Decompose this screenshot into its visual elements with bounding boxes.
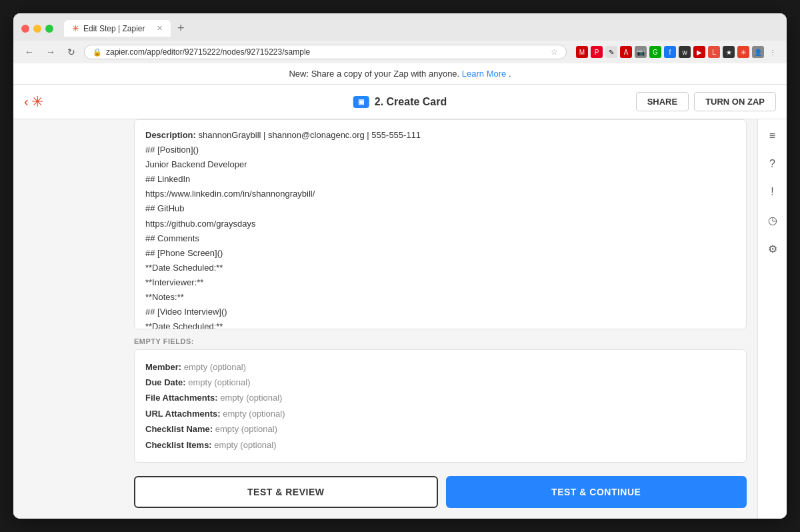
help-icon[interactable]: ?	[767, 155, 778, 173]
minimize-button[interactable]	[33, 25, 41, 33]
description-line-11: **Notes:**	[145, 292, 184, 302]
description-line-5: ## GitHub	[145, 203, 185, 213]
field-row-checklist-items: Checklist Items: empty (optional)	[145, 437, 735, 453]
close-button[interactable]	[21, 25, 29, 33]
menu-icon[interactable]: ≡	[767, 127, 778, 145]
field-label-checklist-items: Checklist Items:	[145, 440, 212, 450]
description-line-9: **Date Scheduled:**	[145, 263, 223, 273]
tab-title: Edit Step | Zapier	[83, 24, 145, 33]
field-value-file-attachments: empty (optional)	[220, 393, 282, 403]
nav-bar: ← → ↻ 🔒 zapier.com/app/editor/92715222/n…	[13, 41, 787, 63]
ext-icon-13[interactable]: 👤	[752, 46, 764, 58]
ext-icon-7[interactable]: f	[664, 46, 676, 58]
field-label-checklist-name: Checklist Name:	[145, 424, 213, 434]
notification-suffix: .	[509, 69, 511, 79]
description-line-7: ## Comments	[145, 233, 199, 243]
field-label-url-attachments: URL Attachments:	[145, 409, 221, 419]
content-area: Description: shannonGraybill | shannon@c…	[123, 119, 757, 519]
description-line-1: ## [Position]()	[145, 145, 199, 155]
empty-fields-section: EMPTY FIELDS: Member: empty (optional) D…	[134, 337, 747, 463]
ext-icon-1[interactable]: M	[576, 46, 588, 58]
ext-icon-6[interactable]: G	[649, 46, 661, 58]
test-review-button[interactable]: TEST & REVIEW	[134, 476, 438, 508]
traffic-lights	[21, 25, 53, 33]
description-line-3: ## LinkedIn	[145, 174, 190, 184]
tab-bar: ✳ Edit Step | Zapier ✕ +	[64, 20, 779, 37]
ext-icon-10[interactable]: L	[708, 46, 720, 58]
description-line-13: **Date Scheduled:**	[145, 321, 223, 329]
browser-window: ✳ Edit Step | Zapier ✕ + ← → ↻ 🔒 zapier.…	[13, 13, 787, 519]
page-title-container: ▣ 2. Create Card	[353, 96, 447, 108]
description-line-2: Junior Backend Developer	[145, 159, 247, 169]
header-actions: SHARE TURN ON ZAP	[636, 92, 776, 111]
active-tab[interactable]: ✳ Edit Step | Zapier ✕	[64, 20, 171, 37]
empty-fields-label: EMPTY FIELDS:	[134, 337, 747, 349]
field-row-member: Member: empty (optional)	[145, 359, 735, 375]
settings-icon[interactable]: ⚙	[765, 240, 780, 258]
zapier-logo-icon: ✳	[31, 93, 43, 111]
description-line-0: shannonGraybill | shannon@clonagenc.org …	[198, 130, 421, 140]
ext-icon-9[interactable]: ▶	[693, 46, 705, 58]
step-icon-label: ▣	[358, 98, 364, 105]
new-tab-button[interactable]: +	[173, 20, 189, 37]
ext-icon-12[interactable]: ✳	[737, 46, 749, 58]
page-title: 2. Create Card	[375, 96, 447, 108]
browser-chrome: ✳ Edit Step | Zapier ✕ + ← → ↻ 🔒 zapier.…	[13, 13, 787, 63]
ext-icon-8[interactable]: w	[679, 46, 691, 58]
browser-extensions: M P ✎ A 📷 G f w ▶ L ★ ✳ 👤 ⋮	[576, 46, 779, 58]
ext-icon-2[interactable]: P	[591, 46, 603, 58]
tab-close-icon[interactable]: ✕	[157, 24, 163, 33]
ext-icon-3[interactable]: ✎	[605, 46, 617, 58]
back-button[interactable]: ←	[21, 45, 37, 59]
left-sidebar	[13, 119, 123, 519]
field-value-checklist-items: empty (optional)	[214, 440, 276, 450]
field-label-file-attachments: File Attachments:	[145, 393, 218, 403]
back-arrow-icon: ‹	[24, 94, 29, 109]
main-layout: Description: shannonGraybill | shannon@c…	[13, 119, 787, 519]
ext-icon-4[interactable]: A	[620, 46, 632, 58]
share-button[interactable]: SHARE	[636, 92, 689, 111]
right-sidebar: ≡ ? ! ◷ ⚙	[757, 119, 787, 519]
more-extensions-icon[interactable]: ⋮	[767, 46, 779, 58]
bookmark-icon[interactable]: ☆	[551, 47, 558, 57]
step-icon: ▣	[353, 96, 369, 108]
learn-more-link[interactable]: Learn More	[462, 69, 506, 79]
address-bar[interactable]: 🔒 zapier.com/app/editor/92715222/nodes/9…	[84, 45, 567, 59]
field-label-due-date: Due Date:	[145, 377, 186, 387]
description-line-8: ## [Phone Screen]()	[145, 248, 223, 258]
field-value-url-attachments: empty (optional)	[223, 409, 285, 419]
field-row-url-attachments: URL Attachments: empty (optional)	[145, 406, 735, 421]
empty-fields-card: Member: empty (optional) Due Date: empty…	[134, 349, 747, 463]
field-value-checklist-name: empty (optional)	[215, 424, 277, 434]
alert-icon[interactable]: !	[768, 183, 776, 201]
test-continue-button[interactable]: TEST & CONTINUE	[446, 476, 747, 508]
turn-on-button[interactable]: TURN ON ZAP	[694, 92, 776, 111]
back-to-zaps[interactable]: ‹ ✳	[24, 93, 43, 111]
field-value-due-date: empty (optional)	[188, 377, 250, 387]
lock-icon: 🔒	[93, 48, 102, 57]
field-label-member: Member:	[145, 362, 181, 372]
field-row-checklist-name: Checklist Name: empty (optional)	[145, 421, 735, 437]
description-line-6: https://github.com/graysdays	[145, 219, 255, 229]
description-line-12: ## [Video Interview]()	[145, 307, 227, 317]
field-row-file-attachments: File Attachments: empty (optional)	[145, 390, 735, 405]
description-label: Description:	[145, 130, 196, 140]
zapier-tab-icon: ✳	[72, 23, 79, 33]
action-buttons: TEST & REVIEW TEST & CONTINUE	[134, 476, 747, 508]
url-text: zapier.com/app/editor/92715222/nodes/927…	[106, 47, 547, 57]
history-icon[interactable]: ◷	[765, 211, 780, 229]
field-row-due-date: Due Date: empty (optional)	[145, 375, 735, 390]
notification-text: New: Share a copy of your Zap with anyon…	[289, 69, 459, 79]
description-line-10: **Interviewer:**	[145, 277, 203, 287]
title-bar: ✳ Edit Step | Zapier ✕ +	[13, 13, 787, 41]
description-content: Description: shannonGraybill | shannon@c…	[135, 120, 746, 329]
forward-button[interactable]: →	[43, 45, 59, 59]
reload-button[interactable]: ↻	[64, 45, 79, 59]
description-line-4: https://www.linkedin.com/in/shannongrayb…	[145, 189, 315, 199]
notification-bar: New: Share a copy of your Zap with anyon…	[13, 63, 787, 85]
ext-icon-11[interactable]: ★	[723, 46, 735, 58]
ext-icon-5[interactable]: 📷	[635, 46, 647, 58]
fullscreen-button[interactable]	[45, 25, 53, 33]
description-card: Description: shannonGraybill | shannon@c…	[134, 119, 747, 329]
app-header: ‹ ✳ ▣ 2. Create Card SHARE TURN ON ZAP	[13, 85, 787, 119]
